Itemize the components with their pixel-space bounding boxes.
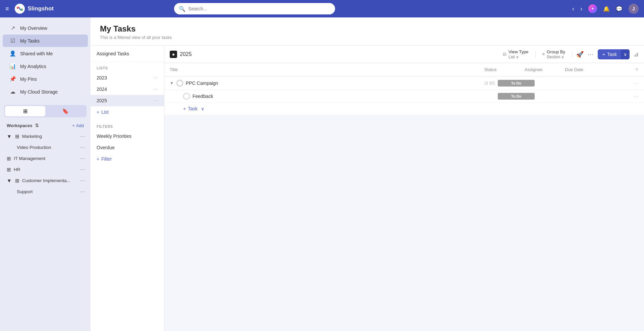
- sidebar-item-label: My Analytics: [20, 64, 46, 69]
- sidebar-item-my-pins[interactable]: 📌 My Pins: [3, 73, 88, 85]
- workspace-item-support[interactable]: Support ⋯: [0, 186, 91, 197]
- list-item-more-icon[interactable]: ⋯: [153, 87, 158, 92]
- add-task-row[interactable]: + Task ∨: [164, 103, 644, 115]
- workspace-item-marketing[interactable]: ▼ ⊞ Marketing ⋯: [0, 131, 91, 142]
- panels: Assigned Tasks LISTS 2023 ⋯ 2024 ⋯ 2025 …: [91, 46, 644, 331]
- toolbar-divider-2: [572, 51, 572, 58]
- add-list-label: List: [101, 109, 109, 115]
- group-by-control[interactable]: ≡ Group By Section ∨: [540, 48, 568, 61]
- sidebar-item-my-cloud-storage[interactable]: ☁ My Cloud Storage: [3, 86, 88, 98]
- sidebar-item-my-overview[interactable]: ↗ My Overview: [3, 22, 88, 34]
- workspace-item-customer-implementation[interactable]: ▼ ⊞ Customer Implementa... ⋯: [0, 175, 91, 186]
- hamburger-menu[interactable]: ≡: [5, 5, 9, 12]
- list-item-2025[interactable]: 2025 ⋯: [91, 95, 164, 106]
- sidebar-item-shared-with-me[interactable]: 👤 Shared with Me: [3, 47, 88, 60]
- task-toolbar: ■ 2025 ⊟ View Type List ∨: [164, 46, 644, 63]
- ai-button[interactable]: ✦: [588, 4, 597, 13]
- workspace-item-hr[interactable]: ⊞ HR ⋯: [0, 164, 91, 175]
- toolbar-more-icon[interactable]: ⋯: [588, 51, 594, 58]
- workspace-more-icon[interactable]: ⋯: [80, 144, 85, 151]
- sidebar-item-label: My Overview: [20, 25, 47, 31]
- group-by-value: Section ∨: [547, 55, 564, 59]
- subtask-status-col: To Do: [498, 93, 538, 100]
- task-group: ▼ PPC Campaign ⊡ 0/1 To Do: [164, 76, 644, 115]
- search-icon: 🔍: [179, 6, 185, 12]
- view-type-control[interactable]: ⊟ View Type List ∨: [500, 48, 531, 61]
- tab-bookmarks[interactable]: 🔖: [45, 106, 86, 116]
- expand-more-icon[interactable]: ∨: [201, 106, 204, 111]
- add-workspace-button[interactable]: + Add: [72, 123, 84, 128]
- task-table: Title Status Assignee Due Date + ▼: [164, 63, 644, 331]
- sidebar-item-my-tasks[interactable]: ☑ My Tasks: [3, 35, 88, 47]
- search-bar[interactable]: 🔍: [174, 3, 335, 14]
- workspace-expand-icon: ▼: [7, 133, 12, 139]
- task-status-col: To Do: [498, 80, 538, 87]
- content-area: My Tasks This is a filtered view of all …: [91, 17, 644, 331]
- sidebar: ↗ My Overview ☑ My Tasks 👤 Shared with M…: [0, 17, 91, 331]
- workspace-label: Customer Implementa...: [22, 178, 70, 183]
- shared-icon: 👤: [9, 50, 16, 57]
- plus-icon: +: [72, 123, 75, 128]
- group-by-label: Group By: [547, 49, 565, 54]
- sidebar-item-my-analytics[interactable]: 📊 My Analytics: [3, 60, 88, 72]
- workspace-label: IT Management: [14, 156, 45, 161]
- messages-icon[interactable]: 💬: [616, 6, 623, 12]
- workspace-label: Video Production: [17, 145, 51, 150]
- avatar[interactable]: J: [629, 4, 639, 14]
- workspace-indicator: ■ 2025: [170, 51, 192, 58]
- svg-point-2: [21, 9, 23, 11]
- workspace-item-it-management[interactable]: ⊞ IT Management ⋯: [0, 153, 91, 164]
- list-item-2023[interactable]: 2023 ⋯: [91, 72, 164, 84]
- subtask-circle[interactable]: [183, 93, 190, 100]
- left-panel: Assigned Tasks LISTS 2023 ⋯ 2024 ⋯ 2025 …: [91, 46, 164, 331]
- list-item-more-icon[interactable]: ⋯: [153, 98, 158, 103]
- search-input[interactable]: [188, 6, 330, 11]
- add-filter-label: Filter: [101, 156, 112, 162]
- forward-icon[interactable]: ›: [580, 5, 582, 12]
- filter-icon[interactable]: ⊿: [634, 51, 639, 58]
- add-list-button[interactable]: + List: [91, 106, 164, 118]
- add-task-button[interactable]: + Task ∨: [598, 49, 630, 59]
- status-badge: To Do: [498, 80, 535, 87]
- sort-icon[interactable]: ⇅: [35, 123, 39, 128]
- subtask-row-more-icon[interactable]: ⋯: [633, 93, 639, 100]
- workspace-item-video-production[interactable]: Video Production ⋯: [0, 142, 91, 153]
- list-item-label: 2023: [97, 75, 107, 80]
- workspace-more-icon[interactable]: ⋯: [80, 155, 85, 162]
- task-group-row: ▼ PPC Campaign ⊡ 0/1 To Do: [164, 76, 644, 90]
- cloud-icon: ☁: [9, 89, 16, 95]
- workspace-more-icon[interactable]: ⋯: [80, 133, 85, 140]
- view-type-icon: ⊟: [503, 52, 506, 57]
- back-icon[interactable]: ‹: [572, 5, 574, 12]
- workspace-stack-icon: ⊞: [15, 133, 19, 140]
- workspace-more-icon[interactable]: ⋯: [80, 188, 85, 195]
- col-title: Title: [170, 67, 484, 72]
- tab-workspaces[interactable]: ⊞: [5, 106, 45, 116]
- list-item-2024[interactable]: 2024 ⋯: [91, 84, 164, 95]
- filter-item-overdue[interactable]: Overdue: [91, 142, 164, 153]
- expand-icon[interactable]: ▼: [170, 81, 174, 86]
- add-label: Add: [76, 123, 84, 128]
- workspace-square-icon: ■: [170, 51, 177, 58]
- workspace-more-icon[interactable]: ⋯: [80, 177, 85, 184]
- workspace-more-icon[interactable]: ⋯: [80, 166, 85, 173]
- list-item-more-icon[interactable]: ⋯: [153, 75, 158, 80]
- filter-item-weekly-priorities[interactable]: Weekly Priorities: [91, 130, 164, 142]
- plus-icon: +: [183, 106, 186, 111]
- workspace-label: HR: [14, 167, 20, 172]
- add-filter-button[interactable]: + Filter: [91, 153, 164, 165]
- top-navigation: ≡ Slingshot 🔍 ‹ › ✦ 🔔 💬 J: [0, 0, 644, 17]
- workspaces-label: Workspaces: [7, 123, 32, 128]
- logo-icon: [14, 3, 25, 14]
- notifications-icon[interactable]: 🔔: [603, 6, 610, 12]
- add-column-icon[interactable]: +: [635, 66, 639, 73]
- task-circle[interactable]: [176, 80, 183, 87]
- sidebar-item-label: My Cloud Storage: [20, 89, 58, 95]
- task-row-more-icon[interactable]: ⋯: [633, 80, 639, 87]
- table-header: Title Status Assignee Due Date +: [164, 63, 644, 76]
- filter-item-label: Overdue: [97, 145, 115, 150]
- subtask-name: Feedback: [193, 94, 495, 99]
- task-dropdown-arrow[interactable]: ∨: [621, 49, 630, 59]
- rocket-icon[interactable]: 🚀: [576, 51, 584, 58]
- group-by-icon: ≡: [542, 52, 545, 57]
